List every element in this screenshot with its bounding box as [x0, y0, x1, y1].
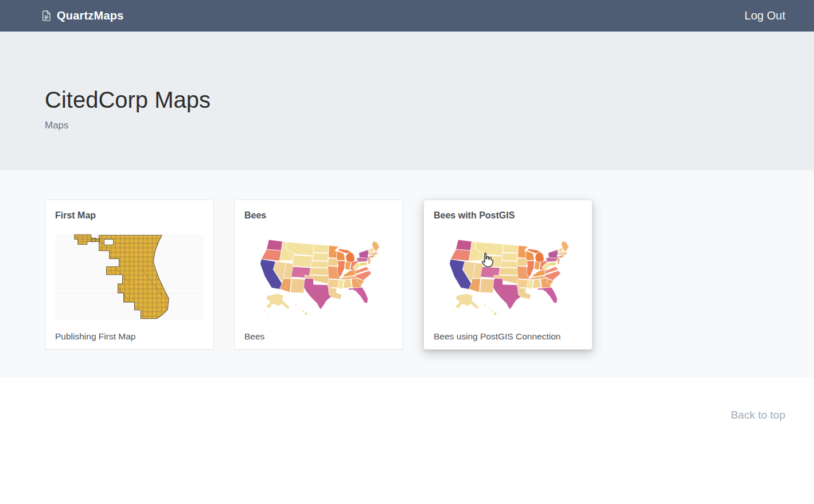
card-title: Bees [244, 210, 393, 221]
us-states-choropleth-map [244, 234, 393, 320]
card-title: Bees with PostGIS [434, 210, 582, 221]
map-card-bees-postgis[interactable]: Bees with PostGIS Bees using PostGIS Con… [423, 200, 593, 350]
brand-label: QuartzMaps [57, 9, 123, 22]
card-title: First Map [55, 210, 204, 221]
page: QuartzMaps Log Out CitedCorp Maps Maps F… [0, 0, 814, 504]
us-choropleth-thumbnail[interactable] [434, 234, 582, 320]
card-caption: Bees using PostGIS Connection [434, 331, 582, 342]
brand-link[interactable]: QuartzMaps [41, 9, 123, 22]
page-subtitle: Maps [45, 120, 785, 131]
top-navbar: QuartzMaps Log Out [0, 0, 814, 32]
footer: Back to top [0, 378, 814, 504]
cards-row: First Map [45, 200, 785, 350]
file-text-icon [41, 10, 52, 22]
chicago-map-thumbnail[interactable] [55, 234, 204, 320]
maps-section: First Map [0, 170, 814, 378]
us-states-choropleth-map [434, 234, 582, 320]
card-caption: Publishing First Map [55, 331, 204, 342]
back-to-top-link[interactable]: Back to top [731, 409, 785, 421]
chicago-neighborhoods-map [55, 234, 204, 320]
page-title: CitedCorp Maps [45, 84, 785, 115]
hero-jumbotron: CitedCorp Maps Maps [0, 32, 814, 170]
map-card-bees[interactable]: Bees Bees [234, 200, 403, 350]
us-choropleth-thumbnail[interactable] [244, 234, 393, 320]
map-card-first-map[interactable]: First Map [45, 200, 214, 350]
logout-link[interactable]: Log Out [745, 9, 785, 22]
card-caption: Bees [244, 331, 393, 342]
